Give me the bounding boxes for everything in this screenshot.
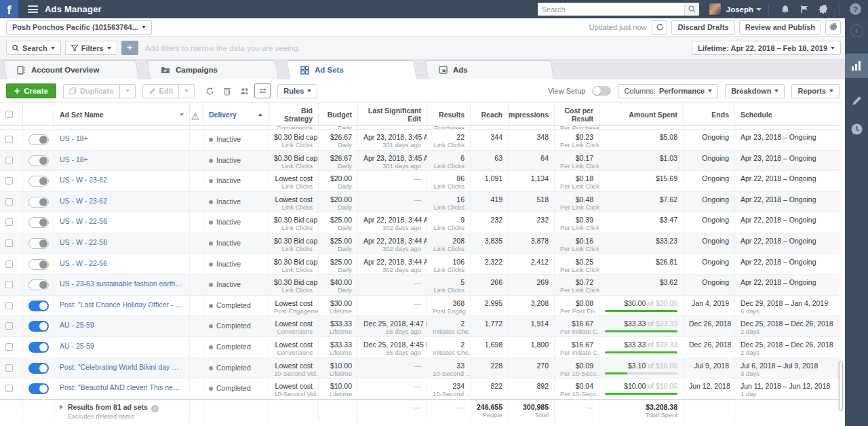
user-menu[interactable]: Joseph	[709, 3, 762, 16]
columns-selector[interactable]: Columns: Performance	[618, 84, 718, 98]
ad-set-toggle[interactable]	[28, 259, 49, 270]
search-filter-button[interactable]: Search	[6, 41, 61, 55]
ad-set-name-link[interactable]: US - W - 22-56	[60, 217, 184, 226]
row-checkbox[interactable]	[5, 364, 13, 372]
row-checkbox[interactable]	[5, 322, 13, 330]
date-range-selector[interactable]: Lifetime: Apr 22, 2018 – Feb 18, 2019	[692, 41, 841, 55]
ad-set-name-link[interactable]: AU - 25-59	[60, 321, 184, 330]
column-header-ad-set-name[interactable]: Ad Set Name	[54, 103, 190, 125]
ad-set-toggle[interactable]	[28, 301, 49, 311]
info-icon[interactable]: i	[151, 405, 159, 412]
view-setup-toggle[interactable]	[592, 86, 611, 96]
edit-dropdown-button[interactable]	[179, 84, 195, 98]
edit-button[interactable]: Edit	[142, 84, 180, 98]
settings-gear-button[interactable]	[825, 20, 841, 35]
ad-set-name-link[interactable]: US - W - 23-62	[60, 176, 184, 185]
vertical-scrollbar[interactable]	[839, 362, 843, 410]
add-filter-button[interactable]: +	[121, 41, 138, 55]
ad-set-toggle[interactable]	[28, 217, 49, 228]
help-icon[interactable]: ?	[850, 3, 861, 15]
row-checkbox[interactable]	[5, 343, 13, 351]
flag-icon[interactable]	[798, 5, 810, 14]
row-checkbox[interactable]	[5, 177, 13, 185]
refresh-button[interactable]	[652, 20, 667, 35]
edit-panel-button[interactable]	[852, 96, 862, 106]
column-header-last-significant-edit[interactable]: Last Significant Edit	[358, 103, 427, 125]
global-search-input[interactable]	[538, 3, 684, 16]
row-checkbox[interactable]	[5, 239, 13, 247]
row-checkbox[interactable]	[5, 385, 13, 392]
column-header-results[interactable]: Results	[427, 103, 471, 125]
menu-icon[interactable]	[28, 5, 38, 13]
ad-set-toggle[interactable]	[28, 321, 49, 332]
ad-set-name-link[interactable]: US - W - 23-62	[60, 197, 184, 206]
ad-set-name-link[interactable]: US - W - 22-56	[60, 259, 184, 268]
column-header-amount-spent[interactable]: Amount Spent	[599, 103, 684, 125]
tab-ad-sets[interactable]: Ad Sets	[290, 60, 417, 79]
ad-set-toggle[interactable]	[28, 238, 49, 249]
sort-caret-icon[interactable]	[180, 113, 184, 116]
column-header-impressions[interactable]: Impressions	[509, 103, 555, 125]
notifications-bell-icon[interactable]	[779, 5, 791, 14]
tab-ads[interactable]: Ads	[428, 60, 554, 79]
column-header-budget[interactable]: Budget	[319, 103, 358, 125]
tab-campaigns[interactable]: Campaigns	[150, 60, 279, 79]
ad-set-toggle[interactable]	[28, 155, 49, 166]
ad-set-name-link[interactable]: AU - 25-59	[60, 342, 184, 351]
ad-set-name-link[interactable]: Post: "Beautiful AND clever! This new in…	[60, 383, 184, 392]
tab-account-overview[interactable]: Account Overview	[6, 60, 139, 79]
row-checkbox[interactable]	[5, 157, 13, 164]
column-header-reach[interactable]: Reach	[471, 103, 509, 125]
breakdown-selector[interactable]: Breakdown	[725, 84, 785, 98]
facebook-logo-icon[interactable]: f	[0, 0, 18, 18]
column-header-bid-strategy[interactable]: Bid Strategy	[269, 103, 319, 125]
filter-placeholder[interactable]: Add filters to narrow the data you are s…	[145, 44, 300, 52]
duplicate-dropdown-button[interactable]	[120, 84, 136, 98]
row-checkbox[interactable]	[5, 281, 13, 288]
row-checkbox[interactable]	[5, 218, 13, 226]
last-edit-cell: —	[358, 275, 427, 295]
history-panel-button[interactable]	[851, 123, 863, 135]
duplicate-button[interactable]: Duplicate	[63, 84, 120, 98]
trash-icon[interactable]	[219, 83, 235, 98]
review-publish-button[interactable]: Review and Publish	[739, 20, 821, 35]
column-header-schedule[interactable]: Schedule	[735, 103, 840, 125]
reports-selector[interactable]: Reports	[791, 84, 840, 98]
ad-set-name-link[interactable]: Post: "Celebrating World Bikini day with…	[60, 363, 184, 372]
row-checkbox[interactable]	[5, 198, 13, 206]
ad-set-toggle[interactable]	[28, 197, 49, 208]
ad-set-toggle[interactable]	[28, 363, 49, 374]
gear-icon[interactable]	[817, 5, 829, 14]
collapse-rail-icon[interactable]: ‹	[850, 24, 863, 37]
ad-set-toggle[interactable]	[28, 342, 49, 353]
filters-button[interactable]: Filters	[65, 41, 117, 55]
charts-panel-button[interactable]	[845, 54, 868, 78]
audience-icon[interactable]	[237, 83, 253, 98]
search-icon[interactable]	[684, 3, 699, 16]
footer-results-summary[interactable]: Results from 81 ad setsi	[60, 403, 184, 412]
ad-set-toggle[interactable]	[28, 383, 49, 394]
ad-set-name-link[interactable]: US - 23-63 sustainable fashion earth day	[60, 279, 184, 288]
row-checkbox[interactable]	[5, 136, 13, 143]
row-checkbox[interactable]	[5, 302, 13, 309]
ad-set-name-link[interactable]: Post: "Last Chance Holiday Officer - Pri…	[60, 301, 184, 309]
column-header-cost-per-result[interactable]: Cost per Result	[555, 103, 599, 125]
ad-set-name-link[interactable]: US - 18+	[60, 134, 184, 143]
undo-icon[interactable]	[201, 83, 218, 98]
rules-button[interactable]: Rules	[277, 84, 317, 98]
row-checkbox[interactable]	[5, 260, 13, 268]
ad-set-name-link[interactable]: US - 18+	[60, 155, 184, 164]
ad-set-toggle[interactable]	[28, 279, 49, 290]
ad-set-toggle[interactable]	[28, 134, 49, 145]
column-header-ends[interactable]: Ends	[684, 103, 735, 125]
select-all-checkbox[interactable]	[0, 103, 23, 125]
discard-drafts-button[interactable]: Discard Drafts	[671, 20, 734, 35]
account-selector[interactable]: Posh Ponchos Pacific (101563764...	[6, 20, 152, 35]
warning-column-header	[190, 103, 203, 125]
ad-set-toggle[interactable]	[28, 176, 49, 187]
ad-set-name-link[interactable]: US - W - 22-56	[60, 238, 184, 247]
swap-box-icon[interactable]	[254, 83, 271, 98]
expand-caret-icon[interactable]	[60, 404, 63, 410]
column-header-delivery[interactable]: Delivery	[203, 103, 269, 125]
create-button[interactable]: + Create	[6, 83, 56, 98]
